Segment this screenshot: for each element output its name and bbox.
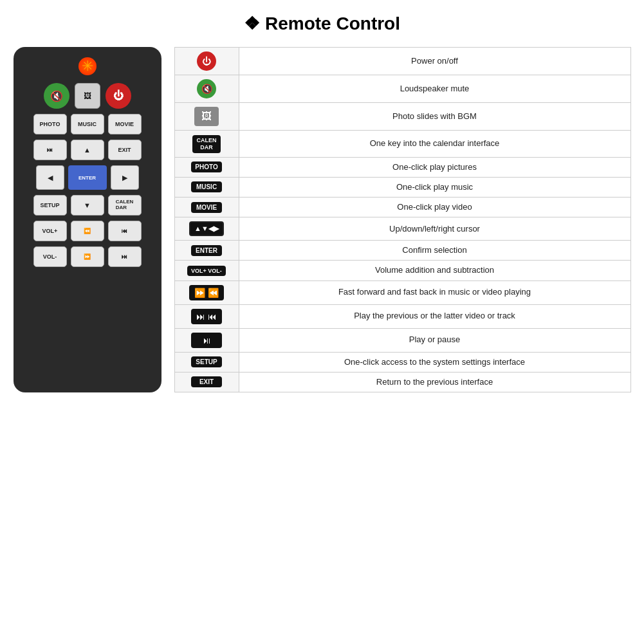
mute-button[interactable]: 🔇 (44, 83, 69, 109)
icon-cell: 🖼 (174, 103, 239, 131)
top-buttons-row: 🔇 🖼 ⏻ (44, 83, 131, 109)
mode-row: PHOTO MUSIC MOVIE (33, 114, 142, 134)
desc-cell: Play or pause (239, 328, 630, 352)
table-row: ENTER Confirm selection (174, 241, 630, 261)
ir-sensor (78, 57, 97, 75)
desc-cell: Confirm selection (239, 241, 630, 261)
dpad-row: ◀ ENTER ▶ (36, 165, 139, 190)
table-row: PHOTO One-click play pictures (174, 157, 630, 177)
desc-cell: One-click access to the system settings … (239, 352, 630, 372)
remote-control: 🔇 🖼 ⏻ PHOTO MUSIC MOVIE ⏭ ▲ EXIT ◀ ENTER… (14, 47, 161, 392)
music-button[interactable]: MUSIC (71, 114, 104, 134)
table-row: ▲▼◀▶ Up/down/left/right cursor (174, 217, 630, 241)
table-row: VOL+ VOL- Volume addition and subtractio… (174, 261, 630, 281)
title-prefix: ❖ (244, 13, 260, 34)
cursor-icon: ▲▼◀▶ (189, 221, 224, 236)
exit-button[interactable]: EXIT (108, 140, 142, 160)
rewind-button[interactable]: ⏪ (71, 221, 104, 241)
icon-cell: ▲▼◀▶ (174, 217, 239, 241)
nav-bottom-row: SETUP ▼ CALENDAR (33, 195, 142, 216)
fast-forward-button[interactable]: ⏩ (71, 246, 104, 267)
desc-cell: Return to the previous interface (239, 372, 630, 392)
skip-back-button[interactable]: ⏭ (33, 140, 67, 160)
icon-cell: ⏩ ⏪ (174, 281, 239, 304)
nav-top-row: ⏭ ▲ EXIT (33, 140, 142, 160)
icon-cell: PHOTO (174, 157, 239, 177)
power-icon: ⏻ (197, 51, 216, 71)
table-row: MUSIC One-click play music (174, 177, 630, 197)
movie-mode-icon: MOVIE (191, 202, 222, 213)
icon-cell: ENTER (174, 241, 239, 261)
icon-cell: 🔇 (174, 75, 239, 103)
desc-cell: Volume addition and subtraction (239, 261, 630, 281)
table-row: 🖼 Photo slides with BGM (174, 103, 630, 131)
vol-up-button[interactable]: VOL+ (33, 221, 67, 241)
desc-cell: One-click play pictures (239, 157, 630, 177)
table-row: ⏩ ⏪ Fast forward and fast back in music … (174, 281, 630, 304)
table-row: EXIT Return to the previous interface (174, 372, 630, 392)
calendar-button[interactable]: CALENDAR (108, 195, 142, 216)
title-text: Remote Control (265, 14, 400, 34)
reference-table: ⏻ Power on/off 🔇 Loudspeaker mute 🖼 Phot… (174, 47, 631, 392)
volume-icon: VOL+ VOL- (187, 266, 226, 276)
icon-cell: SETUP (174, 352, 239, 372)
right-button[interactable]: ▶ (111, 165, 139, 190)
vol-row2: VOL- ⏩ ⏭ (33, 246, 142, 267)
table-row: SETUP One-click access to the system set… (174, 352, 630, 372)
slideshow-button[interactable]: 🖼 (75, 83, 100, 109)
icon-cell: VOL+ VOL- (174, 261, 239, 281)
up-button[interactable]: ▲ (71, 140, 104, 160)
icon-cell: ⏻ (174, 48, 239, 75)
enter-icon: ENTER (191, 245, 222, 256)
table-row: CALENDAR One key into the calendar inter… (174, 131, 630, 158)
icon-cell: EXIT (174, 372, 239, 392)
main-content: 🔇 🖼 ⏻ PHOTO MUSIC MOVIE ⏭ ▲ EXIT ◀ ENTER… (14, 47, 631, 392)
mute-icon: 🔇 (197, 79, 216, 98)
icon-cell: CALENDAR (174, 131, 239, 158)
movie-button[interactable]: MOVIE (108, 114, 142, 134)
prev-track-button[interactable]: ⏮ (108, 221, 142, 241)
desc-cell: Up/down/left/right cursor (239, 217, 630, 241)
table-row: ⏭ ⏮ Play the previous or the latter vide… (174, 304, 630, 328)
exit-icon: EXIT (191, 376, 222, 387)
vol-row1: VOL+ ⏪ ⏮ (33, 221, 142, 241)
desc-cell: One-click play video (239, 197, 630, 217)
icon-cell: MOVIE (174, 197, 239, 217)
desc-cell: Play the previous or the latter video or… (239, 304, 630, 328)
photo-mode-icon: PHOTO (191, 161, 222, 172)
fastforward-icon: ⏩ ⏪ (189, 285, 224, 300)
down-button[interactable]: ▼ (71, 195, 104, 216)
table-row: MOVIE One-click play video (174, 197, 630, 217)
table-row: ⏻ Power on/off (174, 48, 630, 75)
music-mode-icon: MUSIC (191, 181, 222, 192)
desc-cell: Fast forward and fast back in music or v… (239, 281, 630, 304)
power-button[interactable]: ⏻ (106, 83, 131, 109)
table-row: ⏯ Play or pause (174, 328, 630, 352)
photo-button[interactable]: PHOTO (33, 114, 67, 134)
desc-cell: Loudspeaker mute (239, 75, 630, 103)
icon-cell: ⏭ ⏮ (174, 304, 239, 328)
table-row: 🔇 Loudspeaker mute (174, 75, 630, 103)
photo-slides-icon: 🖼 (194, 107, 219, 126)
left-button[interactable]: ◀ (36, 165, 64, 190)
desc-cell: Photo slides with BGM (239, 103, 630, 131)
setup-icon: SETUP (191, 356, 222, 367)
desc-cell: One key into the calendar interface (239, 131, 630, 158)
track-icon: ⏭ ⏮ (191, 309, 222, 324)
page-title: ❖ Remote Control (244, 13, 400, 34)
playpause-icon: ⏯ (191, 333, 222, 348)
icon-cell: MUSIC (174, 177, 239, 197)
calendar-icon: CALENDAR (192, 135, 221, 153)
setup-button[interactable]: SETUP (33, 195, 67, 216)
vol-down-button[interactable]: VOL- (33, 246, 67, 267)
desc-cell: One-click play music (239, 177, 630, 197)
desc-cell: Power on/off (239, 48, 630, 75)
enter-button[interactable]: ENTER (68, 165, 107, 190)
next-track-button[interactable]: ⏭ (108, 246, 142, 267)
icon-cell: ⏯ (174, 328, 239, 352)
